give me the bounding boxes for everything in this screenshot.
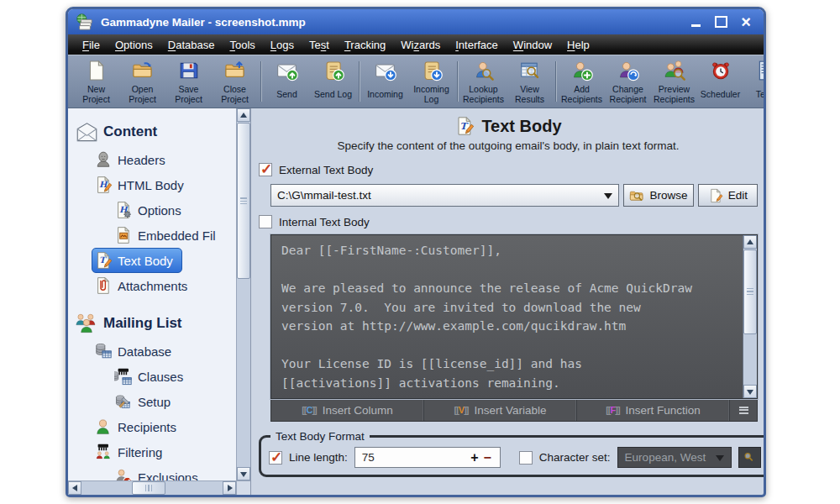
toolbar-send-log-button[interactable]: Send Log <box>310 57 356 106</box>
menu-options[interactable]: Options <box>108 36 160 54</box>
scrollbar-thumb[interactable] <box>743 249 757 334</box>
menu-test[interactable]: Test <box>302 36 337 54</box>
sidebar-item-options[interactable]: HOptions <box>112 197 191 223</box>
insert-function-button[interactable]: [[F]]Insert Function <box>577 399 730 421</box>
database-icon <box>94 342 113 360</box>
menu-file[interactable]: File <box>75 36 108 54</box>
toolbar-change-recipient-button[interactable]: Change Recipient <box>605 57 651 106</box>
minimize-button[interactable] <box>685 14 706 29</box>
menu-help[interactable]: Help <box>559 36 597 54</box>
checkbox-label: Character set: <box>539 451 611 464</box>
insert-variable-button[interactable]: [[V]]Insert Variable <box>424 399 577 421</box>
sidebar-item-setup[interactable]: Setup <box>112 389 180 414</box>
menu-window[interactable]: Window <box>506 36 559 54</box>
edit-button[interactable]: Edit <box>698 184 758 207</box>
toolbar-button-label: Send Log <box>314 82 352 106</box>
insert-column-button[interactable]: [[C]]Insert Column <box>271 399 424 421</box>
toolbar-close-project-button[interactable]: Close Project <box>212 57 258 106</box>
sidebar-item-exclusions[interactable]: Exclusions <box>112 465 207 480</box>
menu-interface[interactable]: Interface <box>448 36 506 54</box>
character-set-search-button[interactable] <box>738 447 761 468</box>
preview-recipients-icon <box>664 60 685 82</box>
scrollbar-thumb[interactable] <box>237 123 250 279</box>
toolbar-button-label: New Project <box>73 82 119 106</box>
templates-icon <box>756 60 764 82</box>
sidebar-item-html-body[interactable]: HHTML Body <box>92 172 193 197</box>
toolbar-save-project-button[interactable]: Save Project <box>165 57 212 106</box>
edit-button-label: Edit <box>728 189 748 202</box>
file-path-value: C:\G\mmail-test.txt <box>277 189 604 202</box>
sidebar-item-mailing-list[interactable]: Mailing List <box>73 308 192 339</box>
checkbox-label: Internal Text Body <box>279 216 370 228</box>
sidebar-item-content[interactable]: Content <box>73 117 166 147</box>
sidebar-item-recipients[interactable]: Recipients <box>92 414 186 439</box>
sidebar-item-database[interactable]: Database <box>92 339 181 364</box>
toolbar-send-button[interactable]: Send <box>264 57 310 106</box>
file-row: C:\G\mmail-test.txt Browse Edit <box>270 184 758 207</box>
sidebar-item-filtering[interactable]: Filtering <box>92 439 171 465</box>
toolbar-temp-button[interactable]: Temp <box>743 57 764 106</box>
sidebar-item-text-body[interactable]: TText Body <box>92 248 182 273</box>
toolbar-open-project-button[interactable]: Open Project <box>119 57 165 106</box>
sidebar-item-label: Text Body <box>118 254 173 268</box>
sidebar-item-label: Setup <box>138 395 171 409</box>
sidebar-horizontal-scrollbar[interactable] <box>68 480 236 495</box>
save-project-icon <box>178 60 200 82</box>
embedded-files-icon <box>114 226 133 244</box>
close-button[interactable] <box>736 14 756 29</box>
external-file-combobox[interactable]: C:\G\mmail-test.txt <box>270 184 619 207</box>
line-length-input[interactable]: 75 + − <box>354 447 501 468</box>
text-body-editor[interactable]: Dear [[-FirstName-:Customer]], We are pl… <box>270 234 758 399</box>
scroll-down-button[interactable] <box>237 467 250 480</box>
decrement-button[interactable]: − <box>481 450 492 465</box>
insert-tag-icon: [[V]] <box>454 405 468 415</box>
sidebar: ContentHeadersHHTML BodyHOptionsEmbedded… <box>68 108 251 495</box>
window-title: Gammadyne Mailer - screenshot.mmp <box>101 16 679 29</box>
sidebar-item-clauses[interactable]: Clauses <box>112 364 192 389</box>
editor-vertical-scrollbar[interactable] <box>743 235 757 398</box>
menu-logs[interactable]: Logs <box>263 36 302 54</box>
line-length-checkbox[interactable]: Line length: <box>269 451 348 465</box>
sidebar-item-label: Clauses <box>138 370 183 384</box>
toolbar-separator <box>359 61 360 102</box>
browse-button[interactable]: Browse <box>623 184 694 207</box>
toolbar-view-results-button[interactable]: View Results <box>507 57 553 106</box>
character-set-checkbox[interactable]: Character set: <box>519 451 611 465</box>
menu-wizards[interactable]: Wizards <box>393 36 448 54</box>
sidebar-item-attachments[interactable]: Attachments <box>92 273 197 298</box>
toolbar-incoming-button[interactable]: Incoming <box>362 57 408 106</box>
toolbar-scheduler-button[interactable]: Scheduler <box>697 57 743 106</box>
menu-tools[interactable]: Tools <box>222 36 262 54</box>
sidebar-vertical-scrollbar[interactable] <box>236 108 250 480</box>
insert-menu-button[interactable] <box>730 399 757 421</box>
toolbar-preview-recipients-button[interactable]: Preview Recipients <box>651 57 697 106</box>
toolbar-button-label: Temp <box>756 82 764 106</box>
internal-text-body-checkbox[interactable]: Internal Text Body <box>259 215 370 228</box>
text-body-icon: T <box>94 251 113 270</box>
toolbar-separator <box>457 61 458 102</box>
maximize-button[interactable] <box>711 14 731 29</box>
toolbar-add-recipients-button[interactable]: Add Recipients <box>559 57 605 106</box>
increment-button[interactable]: + <box>467 450 481 465</box>
toolbar-new-project-button[interactable]: New Project <box>73 57 119 106</box>
scroll-up-button[interactable] <box>743 235 757 249</box>
menu-tracking[interactable]: Tracking <box>337 36 393 54</box>
text-body-content[interactable]: Dear [[-FirstName-:Customer]], We are pl… <box>271 235 743 398</box>
character-set-combobox[interactable]: European, West <box>617 447 732 468</box>
sidebar-item-embedded-fil[interactable]: Embedded Fil <box>112 223 225 248</box>
toolbar-lookup-recipients-button[interactable]: Lookup Recipients <box>460 57 507 106</box>
scroll-left-button[interactable] <box>68 481 81 495</box>
scroll-down-button[interactable] <box>743 385 757 398</box>
sidebar-item-headers[interactable]: Headers <box>92 147 175 172</box>
toolbar-button-label: Open Project <box>119 82 165 106</box>
scrollbar-thumb[interactable] <box>132 481 165 495</box>
external-text-body-checkbox[interactable]: External Text Body <box>259 163 373 176</box>
scroll-up-button[interactable] <box>237 108 250 122</box>
sidebar-item-label: Headers <box>118 153 165 167</box>
scroll-right-button[interactable] <box>223 481 236 495</box>
menu-database[interactable]: Database <box>160 36 223 54</box>
checkbox-box <box>259 215 272 228</box>
toolbar-incoming-log-button[interactable]: Incoming Log <box>408 57 454 106</box>
sidebar-item-label: Embedded Fil <box>138 228 216 243</box>
attachments-icon <box>94 276 113 295</box>
